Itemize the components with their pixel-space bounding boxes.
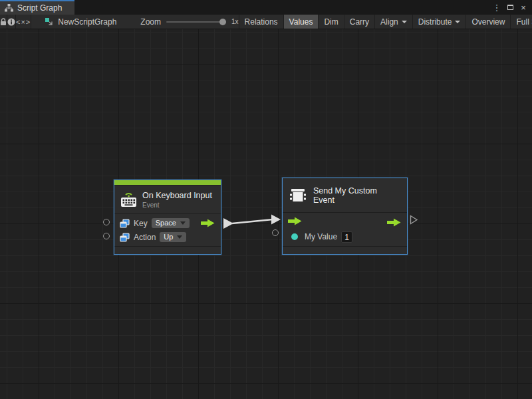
keyboard-input-icon [120,191,138,208]
port-label: Action [134,233,156,242]
action-input-port[interactable] [103,233,110,239]
zoom-level: 1x [230,18,239,25]
value-port-dot[interactable] [291,233,298,240]
action-dropdown[interactable]: Up [160,232,186,242]
graph-canvas[interactable]: On Keyboard Input Event Key Space [0,29,532,399]
key-input-port[interactable] [103,219,110,225]
custom-event-icon [289,188,307,203]
overview-button[interactable]: Overview [466,15,510,29]
port-row-my-value: My Value 1 [283,229,407,244]
node-footer [114,247,221,254]
chevron-down-icon [177,235,182,239]
zoom-label: Zoom [140,17,161,27]
fullscreen-button[interactable]: Full S [510,15,532,29]
titlebar: Script Graph ⋮ × [0,0,532,15]
zoom-control: Zoom 1x [123,15,238,29]
script-graph-window: Script Graph ⋮ × <×> [0,0,532,399]
key-type-icon [120,219,130,228]
toolbar-buttons: Relations Values Dim Carry Align Distrib… [239,15,532,29]
menu-icon[interactable]: ⋮ [491,2,502,13]
my-value-input[interactable]: 1 [341,231,352,243]
node-ports: Key Space [114,213,221,247]
relations-button[interactable]: Relations [239,15,283,29]
trigger-output-port[interactable] [201,219,215,227]
node-ports: My Value 1 [283,212,407,247]
window-controls: ⋮ × [491,0,532,15]
sitemap-icon [5,4,13,12]
port-row-key: Key Space [114,216,221,230]
lock-button[interactable] [0,15,7,29]
event-accent-bar [114,180,221,186]
port-label: Key [134,219,148,228]
node-subtitle: Event [142,201,212,209]
flow-arrow-icon [288,217,302,225]
node-header: On Keyboard Input Event [114,186,221,213]
node-send-my-custom-event[interactable]: Send My Custom Event [282,178,408,255]
chevron-down-icon [180,221,186,225]
tab-script-graph[interactable]: Script Graph [0,0,74,15]
key-dropdown[interactable]: Space [152,218,190,228]
tab-label: Script Graph [17,3,62,13]
zoom-slider-handle[interactable] [219,19,226,25]
info-icon [7,18,15,26]
trigger-input-port[interactable] [288,216,302,228]
port-row-action: Action Up [114,230,221,244]
flow-arrow-icon [201,219,215,227]
connection-wire[interactable] [219,213,286,234]
port-row-trigger [283,215,407,229]
port-label: My Value [305,232,337,241]
script-graph-asset-icon [45,17,54,27]
action-dropdown-value: Up [164,233,173,241]
trigger-output-port[interactable] [387,218,401,227]
distribute-button[interactable]: Distribute [412,15,466,29]
info-button[interactable] [7,15,16,29]
graph-name-label: NewScriptGraph [58,17,116,27]
code-view-button[interactable]: <×> [16,15,31,29]
flow-arrow-icon [387,218,401,227]
node-footer [283,247,407,254]
node-title: On Keyboard Input [142,191,212,200]
carry-button[interactable]: Carry [344,15,374,29]
values-button[interactable]: Values [283,15,319,29]
action-type-icon [120,233,130,242]
chevron-down-icon [455,21,460,23]
graph-toolbar: <×> NewScriptGraph Zoom 1x Relations Val… [0,15,532,29]
key-dropdown-value: Space [156,219,176,227]
chevron-down-icon [402,21,407,23]
zoom-slider[interactable] [166,21,225,23]
flow-continuation-port[interactable] [410,215,418,225]
node-header: Send My Custom Event [283,178,407,212]
maximize-icon[interactable] [505,2,515,13]
align-button[interactable]: Align [374,15,412,29]
lock-icon [0,18,7,26]
graph-breadcrumb[interactable]: NewScriptGraph [31,15,123,29]
node-on-keyboard-input[interactable]: On Keyboard Input Event Key Space [114,180,221,255]
node-title: Send My Custom Event [313,186,400,205]
dim-button[interactable]: Dim [318,15,343,29]
close-icon[interactable]: × [518,2,529,13]
